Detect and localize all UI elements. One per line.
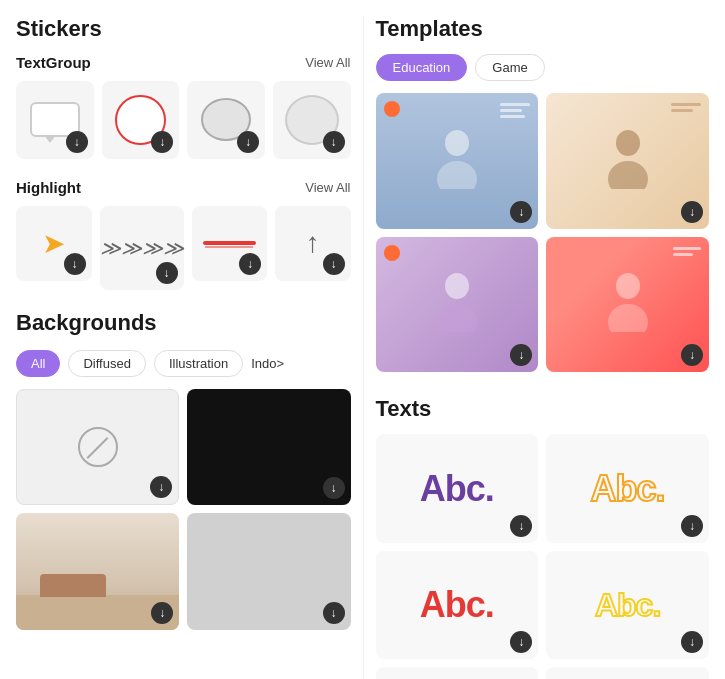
filter-more[interactable]: Indo> [251,356,284,371]
underline-icon [203,241,256,245]
text-label-purple: Abc. [420,468,494,510]
sticker-oval-bubble[interactable] [187,81,265,159]
templates-title: Templates [376,16,710,42]
highlight-header: Highlight View All [16,179,351,196]
sticker-round-bubble-red[interactable] [102,81,180,159]
textgroup-view-all[interactable]: View All [305,55,350,70]
template-item-1[interactable] [376,93,539,229]
highlight-view-all[interactable]: View All [305,180,350,195]
bg-light-no-symbol[interactable] [16,389,179,506]
download-btn-hl2[interactable] [156,262,178,284]
svg-point-1 [437,161,477,189]
backgrounds-title: Backgrounds [16,310,351,336]
text-item-red-solid[interactable]: Abc. [376,551,539,660]
textgroup-label: TextGroup [16,54,91,71]
download-btn-bg4[interactable] [323,602,345,624]
texts-title: Texts [376,396,710,422]
svg-point-5 [437,304,477,332]
text-label-red: Abc. [420,584,494,626]
download-btn-hl4[interactable] [323,253,345,275]
download-btn-tg2[interactable] [151,131,173,153]
arrow-up-icon: ↑ [306,227,320,259]
download-btn-bg3[interactable] [151,602,173,624]
text-label-yellow: Abc. [595,587,660,624]
stickers-title: Stickers [16,16,351,42]
textgroup-grid [16,81,351,159]
textgroup-header: TextGroup View All [16,54,351,71]
person-svg-4 [603,272,653,332]
filter-diffused[interactable]: Diffused [68,350,145,377]
person-svg-3 [432,272,482,332]
download-btn-tpl2[interactable] [681,201,703,223]
no-symbol-icon [78,427,118,467]
template-item-3[interactable] [376,237,539,373]
filter-illustration[interactable]: Illustration [154,350,243,377]
svg-point-6 [616,273,640,299]
text-item-purple-caps[interactable]: ABC [546,667,709,679]
bg-room[interactable] [16,513,179,630]
svg-point-3 [608,161,648,189]
person-svg-1 [432,129,482,189]
download-btn-tpl1[interactable] [510,201,532,223]
template-filter-education[interactable]: Education [376,54,468,81]
room-furniture [40,574,105,597]
text-item-purple-solid[interactable]: Abc. [376,434,539,543]
text-item-orange-outline[interactable]: Abc. [546,434,709,543]
template-filter-game[interactable]: Game [475,54,544,81]
svg-point-4 [445,273,469,299]
highlight-label: Highlight [16,179,81,196]
templates-grid [376,93,710,372]
template-item-4[interactable] [546,237,709,373]
texts-grid: Abc. Abc. Abc. Abc. [376,434,710,679]
svg-point-7 [608,304,648,332]
sticker-cloud-bubble[interactable] [273,81,351,159]
highlight-grid: ➤ ≫≫≫≫ ↑ [16,206,351,290]
right-panel: Templates Education Game [363,16,710,679]
download-btn-bg2[interactable] [323,477,345,499]
download-btn-hl1[interactable] [64,253,86,275]
text-label-orange: Abc. [591,468,665,510]
download-btn-tg3[interactable] [237,131,259,153]
person-svg-2 [603,129,653,189]
bg-dark[interactable] [187,389,350,506]
motion-lines-icon: ≫≫≫≫ [100,236,184,260]
backgrounds-filters: All Diffused Illustration Indo> [16,350,351,377]
download-btn-bg1[interactable] [150,476,172,498]
template-item-2[interactable] [546,93,709,229]
sticker-motion-lines[interactable]: ≫≫≫≫ [100,206,184,290]
backgrounds-divider: Backgrounds [16,310,351,336]
svg-point-0 [445,130,469,156]
download-btn-tg1[interactable] [66,131,88,153]
texts-section: Texts Abc. Abc. Abc. [376,396,710,679]
arrow-orange-icon: ➤ [42,227,65,260]
text-item-pink-solid[interactable]: Abc [376,667,539,679]
download-btn-txt2[interactable] [681,515,703,537]
templates-filters: Education Game [376,54,710,81]
download-btn-hl3[interactable] [239,253,261,275]
backgrounds-grid [16,389,351,630]
download-btn-tg4[interactable] [323,131,345,153]
bg-gray[interactable] [187,513,350,630]
sticker-rect-bubble[interactable] [16,81,94,159]
svg-point-2 [616,130,640,156]
download-btn-txt3[interactable] [510,631,532,653]
sticker-arrow-orange[interactable]: ➤ [16,206,92,282]
sticker-arrow-up[interactable]: ↑ [275,206,351,282]
main-container: Stickers TextGroup View All [0,0,725,679]
left-panel: Stickers TextGroup View All [16,16,363,679]
sticker-underline-red[interactable] [192,206,268,282]
download-btn-txt1[interactable] [510,515,532,537]
filter-all[interactable]: All [16,350,60,377]
template-badge-1 [384,101,400,117]
download-btn-txt4[interactable] [681,631,703,653]
text-item-yellow-outline[interactable]: Abc. [546,551,709,660]
